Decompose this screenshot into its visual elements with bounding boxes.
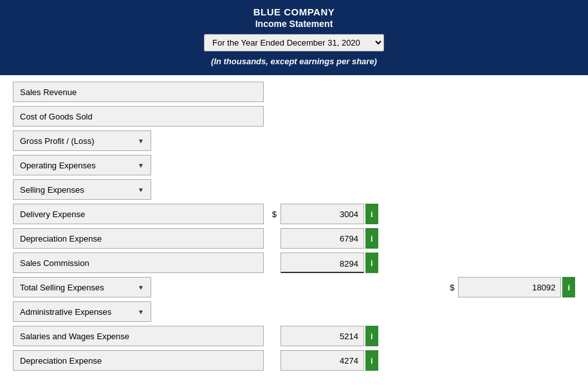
depreciation-admin-dollar [268,356,277,366]
operating-expenses-row: Operating Expenses ▼ [13,155,575,175]
salaries-wages-value: 5214 [280,326,364,346]
total-selling-dollar-sign: $ [445,283,454,292]
administrative-expenses-row: Administrative Expenses ▼ [13,301,575,322]
delivery-dollar-sign: $ [268,209,277,219]
selling-expenses-dropdown[interactable]: Selling Expenses ▼ [13,179,151,200]
salaries-wages-label: Salaries and Wages Expense [13,326,264,346]
sales-commission-label: Sales Commission [13,253,264,273]
total-selling-expenses-dropdown[interactable]: Total Selling Expenses ▼ [13,277,151,297]
selling-expenses-chevron-icon: ▼ [138,186,144,193]
delivery-expense-value: 3004 [280,204,364,224]
sales-revenue-row: Sales Revenue [13,82,575,102]
depreciation-admin-value: 4274 [280,350,364,371]
depreciation-selling-dollar [268,234,277,244]
delivery-expense-info-button[interactable]: i [365,204,378,224]
sales-revenue-label: Sales Revenue [13,82,264,102]
administrative-expenses-dropdown[interactable]: Administrative Expenses ▼ [13,301,151,322]
operating-expenses-label: Operating Expenses [20,161,96,170]
sales-commission-value: 8294 [280,253,364,273]
sales-commission-row: Sales Commission 8294 i [13,253,575,273]
depreciation-admin-row: Depreciation Expense 4274 i [13,350,575,371]
operating-expenses-chevron-icon: ▼ [138,162,144,169]
total-selling-expenses-value: 18092 [458,277,561,297]
gross-profit-chevron-icon: ▼ [138,137,144,145]
gross-profit-label: Gross Profit / (Loss) [20,136,95,146]
delivery-expense-row: Delivery Expense $ 3004 i [13,204,575,224]
salaries-wages-info-button[interactable]: i [365,326,378,346]
salaries-wages-row: Salaries and Wages Expense 5214 i [13,326,575,346]
period-select[interactable]: For the Year Ended December 31, 2020For … [204,34,384,51]
depreciation-selling-value: 6794 [280,228,364,249]
administrative-expenses-label: Administrative Expenses [20,307,111,317]
depreciation-admin-label: Depreciation Expense [13,350,264,371]
cogs-row: Cost of Goods Sold [13,106,575,127]
depreciation-selling-row: Depreciation Expense 6794 i [13,228,575,249]
gross-profit-dropdown[interactable]: Gross Profit / (Loss) ▼ [13,130,151,151]
header-note: (In thousands, except earnings per share… [13,57,575,66]
sales-commission-info-button[interactable]: i [365,253,378,273]
depreciation-selling-info-button[interactable]: i [365,228,378,249]
total-selling-expenses-label: Total Selling Expenses [20,283,104,292]
total-selling-expenses-row: Total Selling Expenses ▼ $ 18092 i [13,277,575,297]
gross-profit-row: Gross Profit / (Loss) ▼ [13,130,575,151]
statement-title: Income Statement [13,19,575,29]
delivery-expense-label: Delivery Expense [13,204,264,224]
period-selector-container: For the Year Ended December 31, 2020For … [13,34,575,51]
depreciation-selling-label: Depreciation Expense [13,228,264,249]
income-statement-body: Sales Revenue Cost of Goods Sold Gross P… [0,75,588,381]
admin-expenses-chevron-icon: ▼ [138,308,144,315]
sales-commission-dollar [268,258,277,268]
selling-expenses-row: Selling Expenses ▼ [13,179,575,200]
total-selling-chevron-icon: ▼ [138,284,144,291]
page-header: BLUE COMPANY Income Statement For the Ye… [0,0,588,75]
selling-expenses-label: Selling Expenses [20,185,84,195]
salaries-dollar [268,332,277,341]
depreciation-admin-info-button[interactable]: i [365,350,378,371]
cogs-label: Cost of Goods Sold [13,106,264,127]
operating-expenses-dropdown[interactable]: Operating Expenses ▼ [13,155,151,175]
company-name: BLUE COMPANY [13,6,575,17]
total-selling-info-button[interactable]: i [562,277,575,297]
